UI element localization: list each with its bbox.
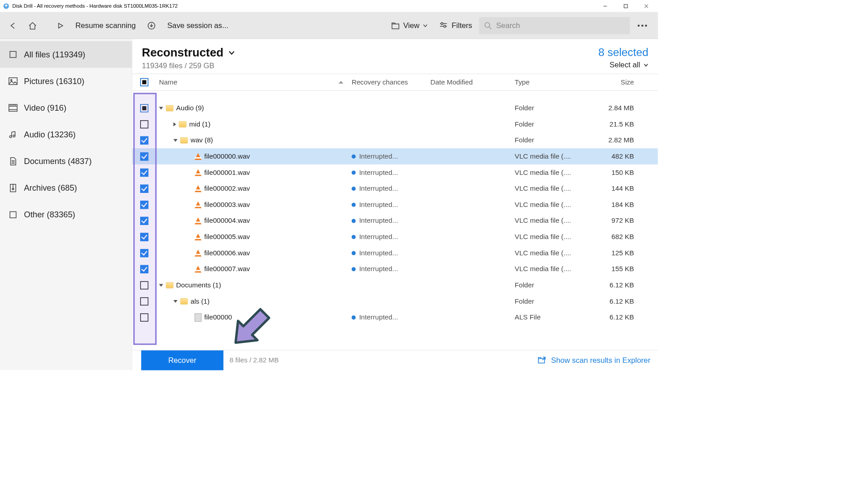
row-checkbox[interactable] — [140, 152, 148, 160]
table-row[interactable]: file000000.wavInterrupted...VLC media fi… — [132, 148, 658, 164]
sidebar-item-label: Pictures (16310) — [24, 76, 84, 86]
save-session-button[interactable]: Save session as... — [162, 19, 233, 33]
file-size: 2.84 MB — [585, 104, 643, 112]
table-row[interactable]: file000006.wavInterrupted...VLC media fi… — [132, 245, 658, 261]
home-button[interactable] — [24, 18, 41, 33]
expand-toggle[interactable] — [174, 139, 178, 141]
row-checkbox[interactable] — [140, 104, 148, 112]
sidebar-item-label: Documents (4837) — [24, 156, 92, 166]
documents-icon — [8, 156, 18, 166]
table-row[interactable]: Audio (9)Folder2.84 MB — [132, 100, 658, 116]
file-icon — [195, 313, 202, 321]
folder-icon — [180, 298, 188, 305]
content-header: Reconstructed 119349 files / 259 GB 8 se… — [132, 39, 658, 74]
row-checkbox[interactable] — [140, 265, 148, 273]
table-row[interactable]: Documents (1)Folder6.12 KB — [132, 277, 658, 293]
recovery-status: Interrupted... — [359, 314, 398, 321]
sidebar-item-other[interactable]: Other (83365) — [0, 202, 132, 228]
sidebar-item-label: Archives (685) — [24, 183, 77, 193]
expand-toggle[interactable] — [174, 300, 178, 303]
row-checkbox[interactable] — [140, 233, 148, 241]
file-type: Folder — [515, 297, 585, 305]
recovery-status: Interrupted... — [359, 249, 398, 257]
row-checkbox[interactable] — [140, 136, 148, 144]
table-row[interactable]: file000007.wavInterrupted...VLC media fi… — [132, 261, 658, 277]
select-all-button[interactable]: Select all — [599, 61, 649, 70]
vlc-icon — [195, 201, 202, 208]
sidebar-item-files[interactable]: All files (119349) — [0, 41, 132, 68]
file-size: 6.12 KB — [585, 281, 643, 289]
expand-toggle[interactable] — [159, 284, 163, 286]
column-date[interactable]: Date Modified — [430, 78, 514, 86]
search-input[interactable]: Search — [479, 17, 630, 34]
open-folder-icon — [538, 356, 547, 365]
file-name: als (1) — [190, 297, 209, 305]
file-type: VLC media file (.... — [515, 152, 585, 160]
file-type: VLC media file (.... — [515, 201, 585, 208]
sidebar-item-video[interactable]: Video (916) — [0, 94, 132, 121]
table-row[interactable]: file000002.wavInterrupted...VLC media fi… — [132, 180, 658, 197]
table-row[interactable]: file000005.wavInterrupted...VLC media fi… — [132, 229, 658, 245]
sidebar-item-documents[interactable]: Documents (4837) — [0, 148, 132, 174]
minimize-button[interactable] — [595, 0, 615, 12]
vlc-icon — [195, 169, 202, 176]
row-checkbox[interactable] — [140, 169, 148, 177]
column-recovery[interactable]: Recovery chances — [352, 78, 430, 86]
vlc-icon — [195, 153, 202, 160]
sidebar-item-archives[interactable]: Archives (685) — [0, 175, 132, 202]
recover-button[interactable]: Recover — [141, 350, 223, 370]
table-row[interactable]: file00000Interrupted...ALS File6.12 KB — [132, 309, 658, 325]
close-button[interactable] — [636, 0, 656, 12]
row-checkbox[interactable] — [140, 313, 148, 321]
row-checkbox[interactable] — [140, 201, 148, 209]
table-row[interactable]: wav (8)Folder2.82 MB — [132, 132, 658, 149]
table-row[interactable]: file000001.wavInterrupted...VLC media fi… — [132, 164, 658, 181]
resume-icon[interactable] — [53, 19, 68, 32]
row-checkbox[interactable] — [140, 120, 148, 128]
recovery-status: Interrupted... — [359, 217, 398, 225]
back-button[interactable] — [5, 18, 21, 33]
row-checkbox[interactable] — [140, 184, 148, 192]
sidebar-item-audio[interactable]: Audio (13236) — [0, 121, 132, 148]
table-row[interactable]: als (1)Folder6.12 KB — [132, 293, 658, 310]
column-size[interactable]: Size — [585, 78, 643, 86]
sidebar-item-label: All files (119349) — [24, 50, 85, 59]
row-checkbox[interactable] — [140, 297, 148, 305]
svg-point-12 — [444, 25, 446, 28]
chevron-down-icon — [228, 49, 235, 56]
file-type: ALS File — [515, 314, 585, 321]
filters-button[interactable]: Filters — [434, 18, 476, 33]
svg-point-24 — [9, 136, 12, 138]
column-type[interactable]: Type — [515, 78, 585, 86]
header-checkbox[interactable] — [132, 78, 156, 86]
maximize-button[interactable] — [615, 0, 636, 12]
table-row[interactable]: file000003.wavInterrupted...VLC media fi… — [132, 197, 658, 213]
show-in-explorer-link[interactable]: Show scan results in Explorer — [538, 356, 651, 365]
sidebar-item-label: Video (916) — [24, 103, 66, 113]
file-name: file000001.wav — [204, 169, 250, 176]
row-checkbox[interactable] — [140, 216, 148, 225]
file-size: 482 KB — [585, 152, 643, 160]
resume-button[interactable]: Resume scanning — [71, 19, 141, 33]
vlc-icon — [195, 234, 202, 240]
save-session-icon[interactable] — [143, 18, 160, 33]
row-checkbox[interactable] — [140, 249, 148, 257]
recovery-status: Interrupted... — [359, 265, 398, 273]
view-dropdown[interactable]: View — [387, 19, 432, 33]
status-dot-icon — [352, 267, 356, 271]
svg-line-14 — [489, 27, 491, 29]
expand-toggle[interactable] — [174, 122, 176, 126]
status-dot-icon — [352, 170, 356, 174]
titlebar: Disk Drill - All recovery methods - Hard… — [0, 0, 658, 12]
expand-toggle[interactable] — [159, 107, 163, 109]
sidebar-item-pictures[interactable]: Pictures (16310) — [0, 68, 132, 94]
recover-summary: 8 files / 2.82 MB — [230, 356, 279, 364]
table-row[interactable]: file000004.wavInterrupted...VLC media fi… — [132, 213, 658, 229]
column-name[interactable]: Name — [156, 78, 352, 86]
table-row[interactable]: mid (1)Folder21.5 KB — [132, 116, 658, 132]
svg-point-11 — [441, 23, 443, 25]
view-selector[interactable]: Reconstructed — [142, 46, 599, 60]
table-header: Name Recovery chances Date Modified Type… — [132, 74, 658, 91]
row-checkbox[interactable] — [140, 281, 148, 289]
more-button[interactable]: ••• — [632, 19, 653, 33]
